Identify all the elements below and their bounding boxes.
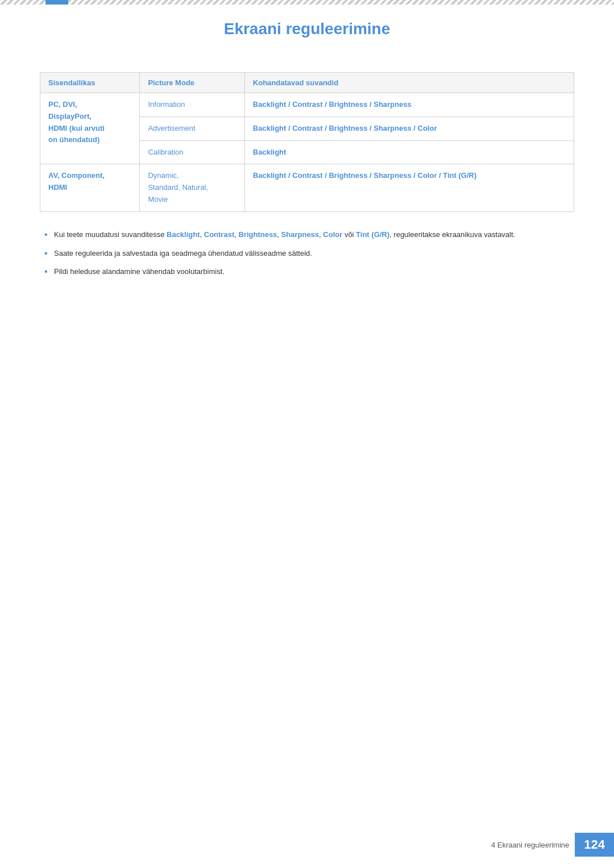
source-cell-pc: PC, DVI,DisplayPort,HDMI (kui arvution ü… — [40, 93, 140, 164]
top-stripe-decoration — [0, 0, 614, 5]
options-dynamic: Backlight / Contrast / Brightness / Shar… — [244, 164, 574, 211]
highlight-tint: Tint (G/R) — [356, 230, 389, 239]
options-advertisement: Backlight / Contrast / Brightness / Shar… — [244, 117, 574, 140]
page-footer: 4 Ekraani reguleerimine 124 — [491, 833, 614, 857]
bullet-text-1: Kui teete muudatusi suvanditesse Backlig… — [54, 230, 515, 239]
table-row: PC, DVI,DisplayPort,HDMI (kui arvution ü… — [40, 93, 574, 117]
highlight-sharpness: Sharpness — [281, 230, 319, 239]
table-header-source: Sisendallikas — [40, 73, 140, 93]
mode-calibration: Calibration — [140, 140, 244, 164]
notes-list: Kui teete muudatusi suvanditesse Backlig… — [40, 229, 574, 278]
highlight-contrast: Contrast — [204, 230, 234, 239]
options-information: Backlight / Contrast / Brightness / Shar… — [244, 93, 574, 117]
source-av-component: AV, Component,HDMI — [48, 171, 105, 192]
mode-dynamic-label: Dynamic,Standard, Natural,Movie — [148, 171, 208, 203]
page-title: Ekraani reguleerimine — [40, 20, 574, 38]
bullet-text-3: Pildi heleduse alandamine vähendab voolu… — [54, 267, 225, 276]
highlight-backlight: Backlight — [167, 230, 200, 239]
options-calibration: Backlight — [244, 140, 574, 164]
mode-information: Information — [140, 93, 244, 117]
list-item: Kui teete muudatusi suvanditesse Backlig… — [40, 229, 574, 241]
picture-mode-table: Sisendallikas Picture Mode Kohandatavad … — [40, 72, 574, 212]
highlight-brightness: Brightness — [238, 230, 277, 239]
source-cell-av: AV, Component,HDMI — [40, 164, 140, 211]
list-item: Saate reguleerida ja salvestada iga sead… — [40, 248, 574, 260]
list-item: Pildi heleduse alandamine vähendab voolu… — [40, 266, 574, 278]
mode-advertisement: Advertisement — [140, 117, 244, 140]
mode-dynamic-standard: Dynamic,Standard, Natural,Movie — [140, 164, 244, 211]
top-stripe-blue-accent — [45, 0, 68, 5]
table-row: AV, Component,HDMI Dynamic,Standard, Nat… — [40, 164, 574, 211]
bullet-text-2: Saate reguleerida ja salvestada iga sead… — [54, 249, 312, 258]
table-header-options: Kohandatavad suvandid — [244, 73, 574, 93]
table-header-mode: Picture Mode — [140, 73, 244, 93]
options-dynamic-text: Backlight / Contrast / Brightness / Shar… — [253, 171, 476, 180]
highlight-color: Color — [323, 230, 342, 239]
source-pc-dvi: PC, DVI,DisplayPort,HDMI (kui arvution ü… — [48, 100, 105, 144]
footer-page-number: 124 — [575, 833, 614, 857]
footer-chapter: 4 Ekraani reguleerimine — [491, 841, 569, 849]
